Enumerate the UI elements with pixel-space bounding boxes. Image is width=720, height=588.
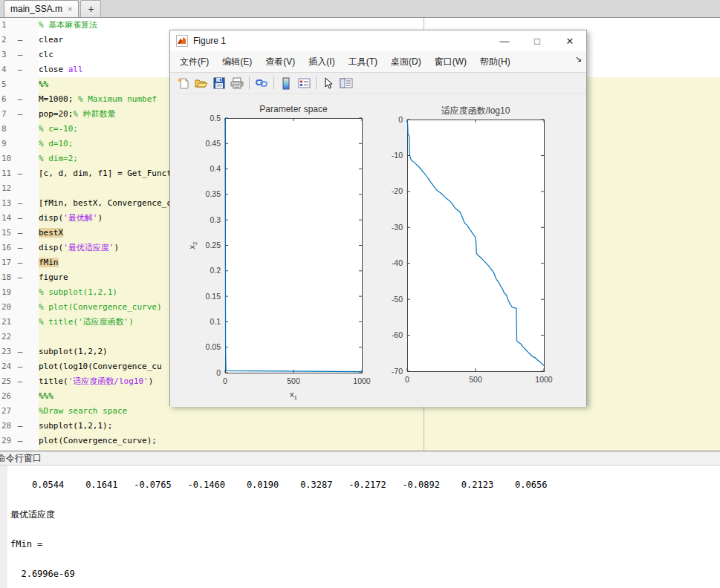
- command-output[interactable]: 0.0544 0.1641 -0.0765 -0.1460 0.0190 0.3…: [0, 466, 720, 581]
- line-number: 8: [0, 122, 13, 137]
- code-token: % dim=2;: [39, 154, 78, 163]
- code-token: M=1000;: [39, 94, 78, 104]
- code-token: % 基本麻雀算法: [39, 20, 97, 30]
- x-tick-label: 500: [287, 376, 300, 385]
- tab-close-icon[interactable]: ×: [68, 4, 72, 13]
- menu-item[interactable]: 查看(V): [259, 51, 302, 72]
- line-number: 16: [0, 241, 13, 255]
- line-number: 11: [0, 166, 13, 181]
- y-tick-label: -10: [392, 151, 403, 160]
- x-tick-label: 1000: [353, 376, 371, 385]
- y-tick-label: 0.15: [206, 292, 221, 301]
- line-number: 22: [0, 330, 13, 344]
- matlab-logo-icon: [176, 35, 188, 47]
- tab-main-ssa[interactable]: main_SSA.m ×: [4, 0, 79, 17]
- figure-toolbar: [170, 73, 586, 94]
- breakpoint-dash: –: [13, 359, 27, 374]
- y-tick-label: 0.05: [206, 342, 221, 351]
- breakpoint-dash: –: [13, 344, 27, 359]
- breakpoint-dash: –: [13, 419, 27, 434]
- line-number: 21: [0, 315, 13, 330]
- figure-window: Figure 1 — □ ✕ 文件(F)编辑(E)查看(V)插入(I)工具(T)…: [169, 30, 587, 406]
- breakpoint-dash: –: [13, 48, 27, 62]
- line-number: 12: [0, 181, 13, 196]
- code-token: clc: [39, 50, 53, 59]
- figure-titlebar[interactable]: Figure 1 — □ ✕: [170, 30, 586, 51]
- y-tick-label: -20: [392, 186, 403, 195]
- code-token: '最优解': [63, 213, 97, 223]
- edit-plot-arrow-icon[interactable]: [320, 75, 337, 91]
- line-number: 19: [0, 285, 13, 300]
- insert-colorbar-icon[interactable]: [277, 75, 295, 91]
- code-token: close: [39, 65, 68, 74]
- code-token: % d=10;: [39, 139, 73, 148]
- line-number: 29: [0, 434, 13, 448]
- y-tick-label: 0.2: [210, 266, 221, 275]
- axis-label: x2: [187, 241, 198, 249]
- menu-item[interactable]: 桌面(D): [384, 51, 428, 72]
- code-token: all: [68, 65, 83, 74]
- menu-item[interactable]: 窗口(W): [428, 51, 473, 72]
- print-icon[interactable]: [228, 75, 246, 91]
- new-document-icon[interactable]: [175, 75, 192, 91]
- code-token: [c, d, dim, f1] = Get_Functi: [39, 169, 176, 178]
- close-button[interactable]: ✕: [554, 30, 586, 51]
- menubar-overflow-arrow[interactable]: ↘: [575, 54, 582, 64]
- breakpoint-dash: –: [13, 196, 27, 211]
- editor-tabbar: main_SSA.m × +: [0, 0, 720, 18]
- x-tick-label: 1000: [535, 375, 553, 384]
- x-tick-label: 0: [405, 375, 409, 384]
- line-number: 18: [0, 270, 13, 285]
- minimize-button[interactable]: —: [488, 30, 521, 51]
- menu-item[interactable]: 插入(I): [302, 51, 341, 72]
- breakpoint-dash: –: [13, 434, 27, 448]
- menu-item[interactable]: 文件(F): [173, 51, 215, 72]
- code-token: [fMin, bestX, Convergence_c: [39, 198, 172, 208]
- plot-tools-icon[interactable]: [337, 75, 355, 91]
- code-token: title(: [39, 376, 68, 386]
- menu-item[interactable]: 帮助(H): [473, 51, 517, 72]
- code-token: plot(Convergence_curve);: [39, 436, 157, 445]
- line-number: 4: [0, 62, 13, 77]
- x-tick-label: 0: [223, 376, 227, 385]
- toolbar-separator: [249, 76, 250, 90]
- command-window-header[interactable]: 命令行窗口: [0, 451, 720, 466]
- insert-legend-icon[interactable]: [295, 75, 313, 91]
- line-number: 5: [0, 77, 13, 92]
- toolbar-separator: [273, 76, 274, 90]
- tab-label: main_SSA.m: [10, 4, 62, 14]
- code-token: '适应度函数/log10': [68, 376, 149, 386]
- code-line[interactable]: 29–plot(Convergence_curve);: [0, 434, 720, 448]
- save-icon[interactable]: [210, 75, 228, 91]
- code-token: ): [114, 243, 119, 252]
- code-token: %%%: [39, 391, 53, 401]
- new-tab-button[interactable]: +: [80, 0, 101, 17]
- y-tick-label: 0.45: [206, 139, 221, 148]
- code-token: % 种群数量: [73, 109, 115, 119]
- menu-item[interactable]: 工具(T): [342, 51, 384, 72]
- command-window-gutter: [0, 466, 7, 588]
- menu-item[interactable]: 编辑(E): [215, 51, 259, 72]
- breakpoint-dash: –: [13, 62, 27, 77]
- line-number: 17: [0, 255, 13, 270]
- open-folder-icon[interactable]: [192, 75, 210, 91]
- figure-menubar: 文件(F)编辑(E)查看(V)插入(I)工具(T)桌面(D)窗口(W)帮助(H)…: [170, 51, 586, 73]
- code-token: bestX: [39, 228, 63, 238]
- code-token: clear: [39, 35, 63, 45]
- line-number: 23: [0, 344, 13, 359]
- line-number: 9: [0, 137, 13, 151]
- y-tick-label: 0: [216, 368, 221, 377]
- y-tick-label: 0.5: [210, 114, 221, 122]
- y-tick-label: 0.4: [210, 164, 221, 173]
- y-tick-label: -70: [392, 367, 403, 376]
- link-plot-icon[interactable]: [253, 75, 270, 91]
- code-token: subplot(1,2,1);: [39, 421, 112, 431]
- breakpoint-dash: –: [13, 107, 27, 122]
- y-tick-label: -50: [392, 295, 403, 304]
- maximize-button[interactable]: □: [521, 30, 554, 51]
- code-token: % plot(Convergence_curve): [39, 302, 162, 312]
- code-token: pop=20;: [39, 109, 73, 119]
- x-tick-label: 500: [469, 375, 482, 384]
- code-line[interactable]: 28–subplot(1,2,1);: [0, 419, 720, 434]
- figure-title: Figure 1: [193, 36, 488, 46]
